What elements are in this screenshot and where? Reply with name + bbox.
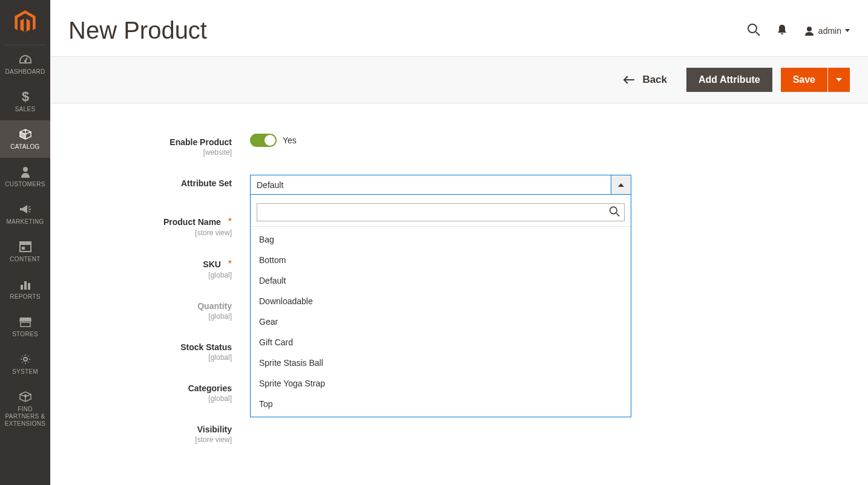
- form-label-col: SKU * [global]: [68, 255, 250, 279]
- dashboard-icon: [18, 53, 33, 66]
- admin-user-menu[interactable]: admin: [804, 26, 850, 36]
- nav-partners[interactable]: Find Partners & Extensions: [0, 383, 50, 435]
- search-icon[interactable]: [747, 23, 760, 38]
- bell-icon[interactable]: [777, 24, 787, 37]
- select-arrow-button[interactable]: [611, 175, 631, 194]
- dropdown-search-input[interactable]: [257, 203, 625, 221]
- product-name-label: Product Name: [163, 217, 221, 227]
- product-form: Enable Product [website] Yes Attribute S…: [50, 103, 868, 480]
- categories-label: Categories: [188, 383, 232, 393]
- admin-username: admin: [818, 26, 841, 36]
- form-label-col: Visibility [store view]: [68, 421, 250, 444]
- dropdown-search-container: [251, 195, 631, 227]
- svg-text:$: $: [22, 90, 29, 103]
- svg-point-15: [610, 207, 617, 213]
- attribute-set-label: Attribute Set: [181, 178, 232, 188]
- quantity-scope: [global]: [68, 312, 232, 321]
- categories-scope: [global]: [68, 394, 232, 403]
- nav-label: Find Partners & Extensions: [2, 406, 48, 428]
- form-row-visibility: Visibility [store view]: [68, 421, 850, 444]
- nav-dashboard[interactable]: Dashboard: [0, 45, 50, 83]
- nav-label: Sales: [15, 106, 36, 113]
- sku-scope: [global]: [68, 271, 232, 279]
- visibility-label: Visibility: [197, 425, 232, 434]
- nav-label: Dashboard: [5, 68, 45, 76]
- svg-rect-7: [24, 281, 27, 290]
- form-label-col: Attribute Set: [68, 175, 250, 188]
- nav-label: Catalog: [10, 143, 39, 151]
- svg-line-12: [756, 32, 760, 36]
- dropdown-options: Bag Bottom Default Downloadable Gear Gif…: [251, 227, 631, 417]
- back-label: Back: [642, 74, 667, 86]
- svg-rect-9: [21, 322, 30, 327]
- nav-catalog[interactable]: Catalog: [0, 120, 50, 158]
- attribute-set-select: Default: [250, 175, 631, 195]
- dropdown-option[interactable]: Gift Card: [251, 332, 631, 353]
- nav-label: System: [12, 368, 38, 376]
- catalog-icon: [18, 128, 33, 141]
- dropdown-option[interactable]: Bag: [251, 229, 631, 250]
- stores-icon: [18, 315, 33, 328]
- dropdown-option[interactable]: Sprite Stasis Ball: [251, 353, 631, 373]
- svg-point-11: [748, 24, 757, 33]
- back-button[interactable]: Back: [623, 74, 667, 86]
- required-mark: *: [228, 259, 232, 269]
- nav-stores[interactable]: Stores: [0, 308, 50, 345]
- toggle-container: Yes: [250, 134, 631, 147]
- magento-logo-icon: [15, 10, 36, 34]
- dropdown-option[interactable]: Gear: [251, 311, 631, 332]
- svg-point-10: [24, 394, 27, 397]
- save-dropdown-toggle[interactable]: [828, 68, 850, 92]
- nav-reports[interactable]: Reports: [0, 270, 50, 308]
- page-title: New Product: [68, 17, 207, 44]
- dropdown-option[interactable]: Sprite Yoga Strap: [251, 373, 631, 394]
- dropdown-search-wrapper: [257, 203, 625, 221]
- form-label-col: Stock Status [global]: [68, 339, 250, 362]
- header-actions: admin: [747, 23, 850, 38]
- reports-icon: [18, 278, 33, 291]
- sidebar: Dashboard $ Sales Catalog Customers: [0, 0, 50, 485]
- nav-content[interactable]: Content: [0, 233, 50, 270]
- svg-line-16: [616, 213, 619, 216]
- partners-icon: [18, 390, 33, 403]
- save-button[interactable]: Save: [781, 68, 827, 92]
- nav-marketing[interactable]: Marketing: [0, 195, 50, 233]
- select-display[interactable]: Default: [250, 175, 631, 195]
- dropdown-option[interactable]: Top: [251, 394, 631, 414]
- logo-container[interactable]: [5, 0, 45, 45]
- form-row-attribute-set: Attribute Set Default: [68, 175, 850, 195]
- svg-point-13: [807, 27, 812, 31]
- enable-product-label: Enable Product: [169, 137, 232, 147]
- arrow-left-icon: [623, 76, 635, 84]
- save-button-group: Save: [781, 68, 850, 92]
- form-row-enable-product: Enable Product [website] Yes: [68, 134, 850, 157]
- dropdown-option[interactable]: Bottom: [251, 250, 631, 270]
- sku-label: SKU: [203, 259, 221, 269]
- nav-system[interactable]: System: [0, 345, 50, 383]
- select-value: Default: [251, 180, 611, 190]
- dropdown-option[interactable]: Default: [251, 270, 631, 291]
- dropdown-panel: Bag Bottom Default Downloadable Gear Gif…: [250, 195, 631, 417]
- toggle-knob: [265, 135, 275, 146]
- nav-sales[interactable]: $ Sales: [0, 83, 50, 120]
- nav-customers[interactable]: Customers: [0, 158, 50, 195]
- svg-rect-8: [28, 283, 30, 290]
- svg-point-0: [24, 60, 27, 62]
- svg-rect-6: [21, 285, 23, 290]
- megaphone-icon: [18, 203, 33, 216]
- enable-product-scope: [website]: [68, 148, 232, 157]
- nav-label: Content: [10, 256, 40, 263]
- triangle-down-icon: [836, 78, 842, 82]
- add-attribute-button[interactable]: Add Attribute: [686, 68, 772, 92]
- triangle-up-icon: [618, 183, 624, 187]
- product-name-scope: [store view]: [68, 229, 232, 237]
- nav-label: Stores: [12, 331, 38, 338]
- quantity-label: Quantity: [197, 301, 232, 311]
- enable-product-toggle[interactable]: [250, 134, 277, 147]
- form-label-col: Product Name * [store view]: [68, 213, 250, 237]
- dropdown-option[interactable]: Downloadable: [251, 291, 631, 311]
- action-bar: Back Add Attribute Save: [50, 56, 868, 103]
- nav-label: Marketing: [6, 218, 44, 226]
- page-header: New Product admin: [50, 0, 868, 56]
- search-icon: [609, 206, 620, 219]
